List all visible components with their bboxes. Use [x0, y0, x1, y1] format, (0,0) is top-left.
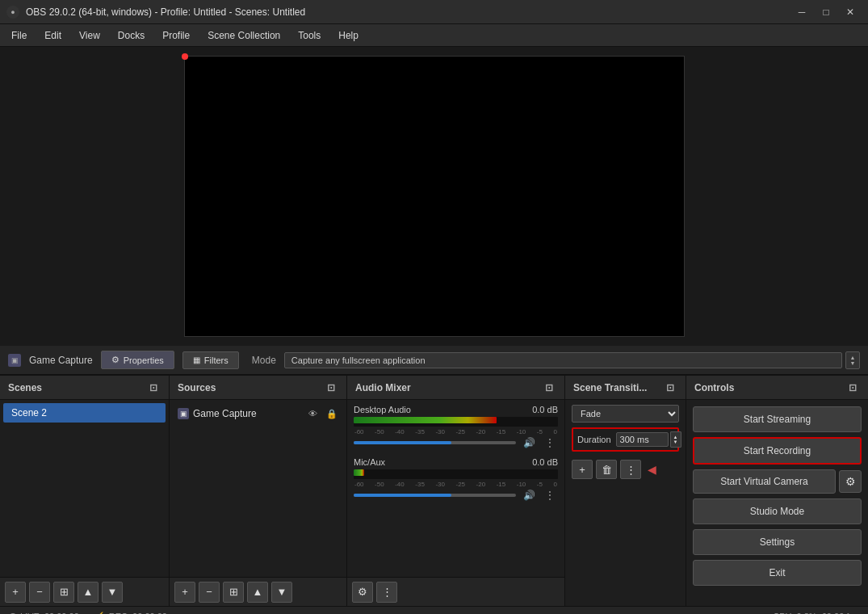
mode-label: Mode [252, 355, 276, 366]
desktop-audio-menu[interactable]: ⋮ [542, 435, 558, 451]
source-visibility-button[interactable]: 👁 [306, 407, 319, 420]
duration-label: Duration [577, 435, 611, 444]
settings-button[interactable]: Settings [693, 529, 862, 555]
audio-footer: ⚙ ⋮ [347, 577, 564, 606]
exit-button[interactable]: Exit [693, 560, 862, 586]
app-icon: ● [6, 6, 19, 19]
menu-edit[interactable]: Edit [36, 27, 69, 44]
mic-meter-ticks: -60-50-40-35-30-25-20-15-10-50 [354, 481, 558, 487]
studio-mode-button[interactable]: Studio Mode [693, 498, 862, 524]
transitions-panel: Scene Transiti... ⊡ Fade Duration ▲ ▼ + [565, 376, 686, 606]
title-bar-title: OBS 29.0.2 (64-bit, windows) - Profile: … [26, 6, 305, 18]
add-source-button[interactable]: + [174, 582, 195, 603]
scene-props-button[interactable]: ⊞ [53, 582, 74, 603]
live-status: LIVE: 00:00:00 [10, 612, 79, 615]
source-bar-game-icon: ▣ [8, 354, 21, 367]
preview-canvas [184, 56, 685, 337]
close-button[interactable]: ✕ [839, 2, 862, 22]
source-bar-name: Game Capture [29, 355, 93, 366]
add-transition-button[interactable]: + [572, 460, 593, 479]
desktop-audio-db: 0.0 dB [532, 405, 558, 414]
maximize-button[interactable]: □ [815, 2, 837, 22]
remove-source-button[interactable]: − [199, 582, 220, 603]
controls-content: Start Streaming Start Recording Start Vi… [686, 400, 868, 606]
scenes-panel-maximize[interactable]: ⊡ [146, 381, 161, 395]
audio-title: Audio Mixer [355, 382, 411, 393]
rec-label: REC: 00:00:00 [109, 612, 167, 615]
mic-volume-slider[interactable] [354, 494, 516, 497]
desktop-volume-slider[interactable] [354, 441, 516, 444]
sources-panel: Sources ⊡ ▣ Game Capture 👁 🔒 + − ⊞ ▲ ▼ [170, 376, 347, 606]
scenes-panel: Scenes ⊡ Scene 2 + − ⊞ ▲ ▼ [0, 376, 170, 606]
remove-scene-button[interactable]: − [29, 582, 50, 603]
menu-file[interactable]: File [3, 27, 35, 44]
duration-input[interactable] [616, 432, 669, 447]
audio-panel-maximize[interactable]: ⊡ [542, 381, 556, 395]
source-lock-button[interactable]: 🔒 [325, 407, 338, 420]
menu-bar: File Edit View Docks Profile Scene Colle… [0, 24, 868, 47]
desktop-mute-button[interactable]: 🔊 [521, 435, 537, 451]
source-up-button[interactable]: ▲ [247, 582, 268, 603]
scene-item[interactable]: Scene 2 [3, 403, 166, 423]
red-dot-indicator [182, 53, 188, 60]
source-item-name: Game Capture [193, 408, 300, 419]
mic-aux-name: Mic/Aux [354, 457, 385, 467]
main-bottom: Scenes ⊡ Scene 2 + − ⊞ ▲ ▼ Sources ⊡ ▣ [0, 375, 868, 606]
red-arrow-indicator: ◀ [648, 463, 656, 476]
transitions-panel-header: Scene Transiti... ⊡ [565, 376, 686, 400]
title-bar-controls: ─ □ ✕ [790, 2, 862, 22]
mic-volume-fill [354, 494, 451, 497]
transitions-actions: + 🗑 ⋮ ◀ [572, 460, 679, 479]
controls-panel-maximize[interactable]: ⊡ [845, 381, 860, 395]
title-bar: ● OBS 29.0.2 (64-bit, windows) - Profile… [0, 0, 868, 24]
source-down-button[interactable]: ▼ [271, 582, 292, 603]
mic-aux-channel: Mic/Aux 0.0 dB -60-50-40-35-30-25-20-15-… [354, 457, 558, 503]
duration-row: Duration ▲ ▼ [572, 427, 679, 452]
scenes-panel-header: Scenes ⊡ [0, 376, 169, 400]
scene-up-button[interactable]: ▲ [78, 582, 99, 603]
game-capture-icon: ▣ [178, 408, 189, 419]
mic-aux-db: 0.0 dB [532, 457, 558, 467]
menu-view[interactable]: View [71, 27, 108, 44]
audio-settings-button[interactable]: ⚙ [352, 582, 373, 603]
mode-spinner[interactable]: ▲ ▼ [845, 351, 860, 369]
controls-panel-header: Controls ⊡ [686, 376, 868, 400]
desktop-audio-name: Desktop Audio [354, 405, 411, 414]
menu-scene-collection[interactable]: Scene Collection [199, 27, 288, 44]
filters-button[interactable]: ▦ Filters [182, 351, 239, 369]
transition-type-select[interactable]: Fade [572, 405, 679, 423]
mic-mute-button[interactable]: 🔊 [521, 487, 537, 503]
menu-docks[interactable]: Docks [110, 27, 153, 44]
desktop-meter-bar [354, 417, 497, 423]
start-virtual-camera-button[interactable]: Start Virtual Camera [693, 469, 836, 494]
start-recording-button[interactable]: Start Recording [693, 437, 862, 465]
source-item[interactable]: ▣ Game Capture 👁 🔒 [170, 403, 346, 424]
properties-button[interactable]: ⚙ Properties [101, 351, 174, 369]
sources-title: Sources [178, 382, 216, 393]
rec-status: ⚡ REC: 00:00:00 [95, 612, 167, 615]
status-bar: LIVE: 00:00:00 ⚡ REC: 00:00:00 CPU: 0.8%… [0, 606, 868, 614]
delete-transition-button[interactable]: 🗑 [596, 460, 617, 479]
title-bar-left: ● OBS 29.0.2 (64-bit, windows) - Profile… [6, 6, 305, 19]
virtual-camera-row: Start Virtual Camera ⚙ [693, 469, 862, 494]
cpu-status: CPU: 0.8%, 60.00 fps [773, 612, 858, 615]
audio-menu-button[interactable]: ⋮ [376, 582, 397, 603]
transitions-menu-button[interactable]: ⋮ [620, 460, 641, 479]
source-props-button[interactable]: ⊞ [223, 582, 244, 603]
desktop-audio-channel: Desktop Audio 0.0 dB -60-50-40-35-30-25-… [354, 405, 558, 451]
menu-profile[interactable]: Profile [154, 27, 198, 44]
menu-tools[interactable]: Tools [290, 27, 329, 44]
minimize-button[interactable]: ─ [790, 2, 813, 22]
duration-spinner[interactable]: ▲ ▼ [670, 431, 681, 448]
transitions-panel-maximize[interactable]: ⊡ [663, 381, 677, 395]
desktop-audio-meter [354, 417, 558, 427]
start-streaming-button[interactable]: Start Streaming [693, 406, 862, 432]
add-scene-button[interactable]: + [5, 582, 26, 603]
desktop-audio-controls: 🔊 ⋮ [354, 435, 558, 451]
menu-help[interactable]: Help [330, 27, 367, 44]
scenes-title: Scenes [8, 382, 42, 393]
scene-down-button[interactable]: ▼ [102, 582, 123, 603]
sources-panel-maximize[interactable]: ⊡ [324, 381, 338, 395]
mic-audio-menu[interactable]: ⋮ [542, 487, 558, 503]
virtual-camera-settings-button[interactable]: ⚙ [839, 470, 862, 493]
